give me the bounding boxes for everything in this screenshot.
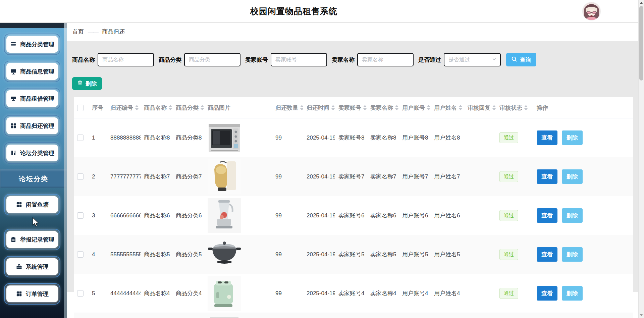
sidebar-item-goods-info[interactable]: 商品信息管理 — [6, 63, 58, 80]
sidebar-item-frame: 商品归还管理 — [4, 115, 60, 137]
product-image-blender — [208, 198, 241, 233]
sort-caret-icon[interactable] — [331, 104, 335, 111]
row-checkbox[interactable] — [77, 135, 84, 141]
filter-select-is-pass[interactable]: 是否通过 — [444, 53, 501, 66]
column-label: 卖家名称 — [370, 104, 393, 112]
sidebar-item-label: 商品归还管理 — [20, 122, 54, 130]
view-button[interactable]: 查看 — [537, 130, 557, 145]
cell-return_no: 6666666666 — [107, 212, 141, 219]
sort-caret-icon[interactable] — [395, 104, 398, 111]
cell-checkbox — [74, 173, 89, 180]
cell-audit_status: 通过 — [496, 171, 528, 182]
cell-text: 商品名称4 — [144, 289, 170, 297]
monitor-icon — [10, 68, 17, 75]
row-checkbox[interactable] — [77, 212, 84, 219]
sidebar-item-goods-category[interactable]: 商品分类管理 — [6, 36, 58, 53]
sort-caret-icon[interactable] — [169, 104, 172, 111]
user-avatar-icon[interactable] — [583, 2, 600, 20]
view-button[interactable]: 查看 — [537, 247, 557, 262]
scroll-up-arrow-icon[interactable] — [639, 0, 644, 5]
column-header-13: 审核状态 — [496, 104, 528, 112]
column-label: 审核状态 — [499, 104, 522, 112]
row-checkbox[interactable] — [77, 290, 84, 297]
row-checkbox[interactable] — [77, 251, 84, 258]
cell-user_account: 用户账号5 — [399, 251, 431, 258]
page-scrollbar[interactable] — [638, 0, 644, 318]
column-header-0 — [74, 105, 89, 111]
column-label: 归还数量 — [275, 104, 298, 112]
sidebar-item-report-records[interactable]: 举报记录管理 — [6, 231, 58, 248]
delete-button[interactable]: 删除 — [562, 247, 583, 262]
view-button[interactable]: 查看 — [537, 286, 557, 301]
cell-product_name: 商品名称5 — [141, 251, 172, 258]
cell-text: 8888888888 — [110, 135, 141, 141]
sidebar-item-goods-rent[interactable]: 商品租借管理 — [6, 90, 58, 107]
breadcrumb-home[interactable]: 首页 — [72, 28, 84, 36]
filter-label-product-category: 商品分类 — [159, 56, 181, 64]
bulk-delete-button[interactable]: 删除 — [72, 77, 102, 90]
select-all-checkbox[interactable] — [77, 105, 84, 111]
sidebar-item-forum-category[interactable]: 论坛分类管理 — [6, 145, 58, 161]
cell-text: 卖家名称6 — [370, 212, 396, 219]
sidebar-item-idle-fishpond[interactable]: 闲置鱼塘 — [6, 196, 58, 213]
sort-caret-icon[interactable] — [524, 104, 528, 111]
cell-text: 6666666666 — [110, 212, 141, 219]
sidebar-scrollbar[interactable] — [64, 22, 67, 318]
sidebar-item-frame: 订单管理 — [4, 283, 60, 305]
view-button[interactable]: 查看 — [537, 169, 557, 184]
sidebar-section-forum-category[interactable]: 论坛分类 — [0, 169, 67, 188]
cell-index: 5 — [89, 290, 107, 297]
view-button[interactable]: 查看 — [537, 208, 557, 223]
delete-button[interactable]: 删除 — [562, 286, 583, 301]
filter-input-product-category[interactable] — [184, 53, 240, 66]
cell-category: 商品分类5 — [172, 251, 204, 258]
table-row: 54444444444商品名称4商品分类4992025-04-19卖家账号4卖家… — [74, 274, 633, 313]
column-label: 商品分类 — [176, 104, 199, 112]
sidebar-item-system[interactable]: 系统管理 — [6, 258, 58, 275]
breadcrumb: 首页 —— 商品归还 — [67, 22, 639, 41]
sidebar-section-label: 论坛分类 — [19, 174, 48, 183]
cell-text: 卖家名称4 — [370, 289, 396, 297]
column-header-12: 审核回复 — [464, 104, 496, 112]
sidebar-item-goods-return[interactable]: 商品归还管理 — [6, 117, 58, 134]
cell-user_name: 用户姓名7 — [431, 173, 464, 180]
sidebar-item-label: 系统管理 — [26, 263, 49, 271]
cell-product_name: 商品名称7 — [141, 173, 172, 180]
filter-input-seller-account[interactable] — [271, 53, 327, 66]
column-header-8: 卖家账号 — [335, 104, 367, 112]
scrollbar-thumb[interactable] — [639, 6, 643, 81]
sort-caret-icon[interactable] — [300, 104, 303, 111]
cell-product_name: 商品名称6 — [141, 212, 172, 219]
sort-caret-icon[interactable] — [459, 104, 462, 111]
delete-button[interactable]: 删除 — [562, 208, 583, 223]
cell-text: 卖家账号7 — [338, 173, 364, 180]
cell-text: 2025-04-19 — [307, 173, 335, 180]
sort-caret-icon[interactable] — [363, 104, 367, 111]
delete-button[interactable]: 删除 — [562, 130, 583, 145]
cell-text: 4 — [92, 251, 95, 258]
cell-user_name: 用户姓名5 — [431, 251, 464, 258]
search-button[interactable]: 查询 — [506, 53, 536, 66]
scroll-down-arrow-icon[interactable] — [639, 313, 644, 318]
cell-text: 7777777777 — [110, 173, 141, 180]
cell-user_account: 用户账号4 — [399, 289, 431, 297]
sort-caret-icon[interactable] — [201, 104, 204, 111]
search-button-label: 查询 — [520, 56, 531, 64]
product-image-oven — [208, 120, 241, 155]
filter-input-seller-name[interactable] — [357, 53, 414, 66]
cell-user_name: 用户姓名8 — [431, 134, 464, 142]
sort-caret-icon[interactable] — [135, 104, 139, 111]
sort-caret-icon[interactable] — [492, 104, 496, 111]
row-checkbox[interactable] — [77, 173, 84, 180]
sidebar-item-orders[interactable]: 订单管理 — [6, 285, 58, 302]
delete-button[interactable]: 删除 — [562, 169, 583, 184]
chevron-down-icon — [492, 57, 497, 63]
cell-text: 5555555555 — [110, 251, 141, 258]
cell-text: 卖家账号8 — [338, 134, 364, 142]
sidebar-item-frame: 系统管理 — [4, 256, 60, 277]
column-label: 序号 — [92, 104, 103, 112]
filter-input-product-name[interactable] — [98, 53, 154, 66]
cell-text: 2 — [92, 173, 95, 180]
sort-caret-icon[interactable] — [427, 104, 430, 111]
cell-text: 用户姓名6 — [434, 212, 460, 219]
